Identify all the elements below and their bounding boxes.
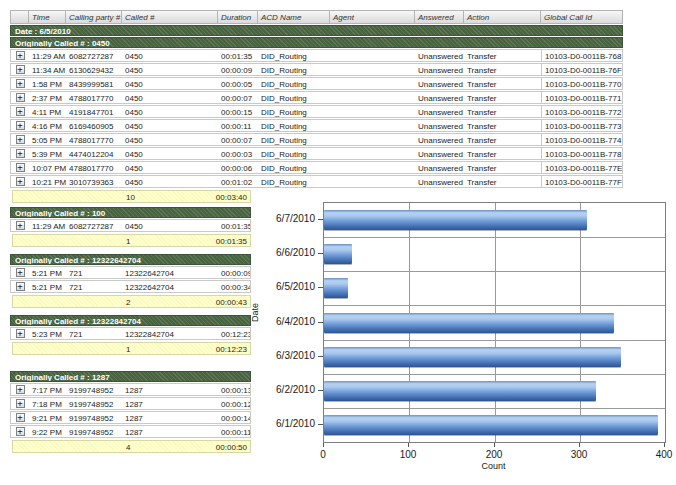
expand-row-button[interactable]: + (16, 51, 25, 60)
expand-row-button[interactable]: + (16, 413, 25, 422)
expand-row-button[interactable]: + (16, 282, 25, 291)
column-header-acd[interactable]: ACD Name (258, 10, 330, 24)
cell-answered: Unanswered (415, 161, 464, 174)
date-group-band: Date : 6/5/2010 (10, 25, 623, 36)
expand-row-button[interactable]: + (16, 149, 25, 158)
summary-call-count: 1 (126, 238, 130, 246)
chart-xaxis-tick (323, 443, 324, 447)
table-row[interactable]: +9:21 PM9199748952128700:00:14 (10, 411, 251, 424)
expand-row-button[interactable]: + (16, 329, 25, 338)
table-row[interactable]: +1:58 PM8439999581045000:00:05DID_Routin… (10, 77, 623, 90)
table-row[interactable]: +4:16 PM6169460905045000:00:11DID_Routin… (10, 119, 623, 132)
chart-gridline-horizontal (324, 340, 665, 341)
expand-cell: + (10, 280, 29, 293)
expand-row-button[interactable]: + (16, 427, 25, 436)
expand-row-button[interactable]: + (16, 107, 25, 116)
chart-bar (324, 381, 596, 401)
chart-yaxis-tick-label: 6/6/2010 (255, 247, 315, 258)
column-header-answered[interactable]: Answered (415, 10, 464, 24)
column-header-time[interactable]: Time (29, 10, 66, 24)
cell-acd: DID_Routing (258, 63, 330, 76)
cell-called: 0450 (122, 161, 218, 174)
chart-gridline-horizontal (324, 374, 665, 375)
chart-xaxis-tick-label: 200 (474, 449, 514, 460)
chart-yaxis-tick (318, 253, 323, 254)
cell-time: 9:21 PM (29, 411, 66, 424)
cell-duration: 00:00:13 (218, 383, 251, 396)
expand-row-button[interactable]: + (16, 385, 25, 394)
column-header-expand[interactable] (10, 10, 29, 24)
cell-time: 11:34 AM (29, 63, 66, 76)
expand-cell: + (10, 397, 29, 410)
cell-time: 5:23 PM (29, 327, 66, 340)
cell-duration: 00:00:34 (218, 280, 251, 293)
table-row[interactable]: +4:11 PM4191847701045000:00:15DID_Routin… (10, 105, 623, 118)
expand-row-button[interactable]: + (16, 268, 25, 277)
expand-row-button[interactable]: + (16, 135, 25, 144)
cell-acd: DID_Routing (258, 161, 330, 174)
table-row[interactable]: +5:05 PM4788017770045000:00:07DID_Routin… (10, 133, 623, 146)
summary-call-count: 4 (126, 444, 130, 452)
cell-called: 1287 (122, 411, 218, 424)
cell-global_id: 10103-D0-0011B-778 (541, 147, 623, 160)
column-header-duration[interactable]: Duration (218, 10, 258, 24)
chart-bar (324, 313, 614, 333)
column-header-global_id[interactable]: Global Call Id (541, 10, 623, 24)
cell-action: Transfer (464, 133, 541, 146)
cell-action: Transfer (464, 175, 541, 188)
cell-duration: 00:00:11 (218, 425, 251, 438)
column-header-calling[interactable]: Calling party # (66, 10, 122, 24)
table-row[interactable]: +7:18 PM9199748952128700:00:12 (10, 397, 251, 410)
expand-cell: + (10, 147, 29, 160)
cell-agent (330, 63, 415, 76)
cell-called: 12322642704 (122, 280, 218, 293)
expand-row-button[interactable]: + (16, 221, 25, 230)
cell-global_id: 10103-D0-0011B-772 (541, 105, 623, 118)
expand-row-button[interactable]: + (16, 121, 25, 130)
expand-cell: + (10, 63, 29, 76)
table-row[interactable]: +11:29 AM6082727287045000:01:35DID_Routi… (10, 49, 623, 62)
table-row[interactable]: +10:07 PM4788017770045000:00:06DID_Routi… (10, 161, 623, 174)
cell-answered: Unanswered (415, 147, 464, 160)
expand-cell: + (10, 327, 29, 340)
cell-time: 11:29 AM (29, 49, 66, 62)
cell-action: Transfer (464, 91, 541, 104)
summary-call-count: 10 (126, 194, 135, 202)
expand-cell: + (10, 49, 29, 62)
expand-row-button[interactable]: + (16, 65, 25, 74)
expand-row-button[interactable]: + (16, 93, 25, 102)
expand-cell: + (10, 266, 29, 279)
chart-bar (324, 210, 587, 230)
table-row[interactable]: +5:21 PM7211232264270400:00:34 (10, 280, 251, 293)
table-row[interactable]: +10:21 PM3010739363045000:01:02DID_Routi… (10, 175, 623, 188)
grouped-summary-tables: Originally Called # : 100+11:29 AM608272… (10, 207, 251, 453)
table-row[interactable]: +2:37 PM4788017770045000:00:07DID_Routin… (10, 91, 623, 104)
cell-time: 4:11 PM (29, 105, 66, 118)
table-row[interactable]: +11:29 AM6082727287045000:01:35 (10, 219, 251, 232)
cell-answered: Unanswered (415, 63, 464, 76)
expand-row-button[interactable]: + (16, 79, 25, 88)
cell-called: 12322842704 (122, 327, 218, 340)
table-row[interactable]: +9:22 PM9199748952128700:00:11 (10, 425, 251, 438)
column-header-agent[interactable]: Agent (330, 10, 415, 24)
cell-called: 1287 (122, 397, 218, 410)
cell-time: 2:37 PM (29, 91, 66, 104)
expand-row-button[interactable]: + (16, 177, 25, 186)
table-row[interactable]: +5:39 PM4474012204045000:00:03DID_Routin… (10, 147, 623, 160)
table-row[interactable]: +5:21 PM7211232264270400:00:09 (10, 266, 251, 279)
main-group-container: Originally Called # : 0450+11:29 AM60827… (10, 37, 623, 203)
column-header-called[interactable]: Called # (122, 10, 218, 24)
chart-yaxis-tick-label: 6/7/2010 (255, 213, 315, 224)
cell-called: 12322642704 (122, 266, 218, 279)
cell-calling: 4474012204 (66, 147, 122, 160)
expand-row-button[interactable]: + (16, 399, 25, 408)
cell-agent (330, 119, 415, 132)
table-row[interactable]: +5:23 PM7211232284270400:12:23 (10, 327, 251, 340)
cell-called: 0450 (122, 105, 218, 118)
column-header-action[interactable]: Action (464, 10, 541, 24)
cell-calling: 721 (66, 266, 122, 279)
table-row[interactable]: +7:17 PM9199748952128700:00:13 (10, 383, 251, 396)
expand-row-button[interactable]: + (16, 163, 25, 172)
table-row[interactable]: +11:34 AM6130629432045000:00:09DID_Routi… (10, 63, 623, 76)
report-window: TimeCalling party #Called #DurationACD N… (0, 0, 676, 485)
